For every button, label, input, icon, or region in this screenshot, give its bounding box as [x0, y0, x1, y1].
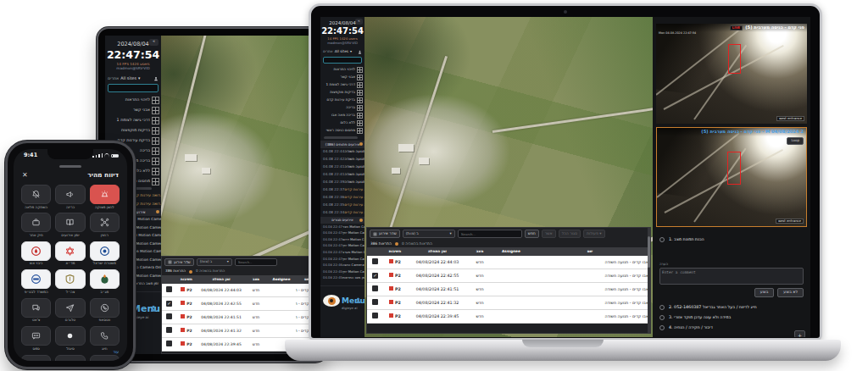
broadcast-event-button[interactable]: שדר אירוע [164, 258, 194, 266]
camera-thumbnail[interactable] [357, 82, 363, 88]
announce-button[interactable] [55, 185, 85, 204]
mda-button[interactable] [55, 241, 85, 261]
header-start-time[interactable]: זמן התחלה [408, 250, 467, 254]
event-row[interactable]: 04.08 22:37 ח.דואה עירנות קדים [320, 186, 364, 194]
row-checkbox-cell[interactable] [367, 285, 382, 293]
telegram-button[interactable] [55, 298, 85, 318]
camera-thumbnail[interactable] [357, 90, 363, 96]
closed-events-header[interactable]: אירועים סגורים [320, 217, 364, 224]
add-button[interactable]: + [794, 330, 805, 337]
camera-thumbnail[interactable] [357, 67, 363, 73]
checkbox-icon[interactable]: ✓ [166, 301, 172, 307]
row-checkbox-cell[interactable] [367, 299, 382, 307]
camera-list-item[interactable]: בריכה מאה אבו [320, 112, 364, 119]
checkbox-icon[interactable]: ✓ [372, 273, 378, 279]
camera-thumbnail[interactable] [152, 97, 159, 104]
table-row[interactable]: P2 04/08/2024 22:41:32 חדש אבו קדים - תנ… [367, 296, 650, 310]
camera-list-item[interactable]: בדיקות מוקפצות [105, 125, 161, 136]
chat-button[interactable] [21, 298, 51, 318]
open-events-header[interactable]: אירועים פתוחים (386) [320, 141, 364, 148]
event-row[interactable]: 04.08 22:34 ח.דואה עירנות קדים [320, 209, 364, 217]
event-row[interactable]: 04.08 22:47 Motion Camera דרום [320, 236, 364, 243]
camera-list-item[interactable]: דרכי גישה לצומת 1 [105, 115, 161, 125]
task-item[interactable]: 4. דיבור / חקירה / הנחיה [659, 325, 807, 330]
dial-button[interactable] [90, 326, 120, 346]
radio-icon[interactable] [659, 315, 665, 320]
camera-thumbnail[interactable] [357, 75, 363, 80]
camera-list-item[interactable]: דרכי גישה לצומת 1 [320, 81, 364, 89]
header-name[interactable]: שם [530, 250, 650, 254]
header-status[interactable]: מצב [467, 250, 492, 254]
checkbox-icon[interactable] [166, 286, 172, 292]
team-filter-select[interactable]: ב (צוות)▾ [403, 230, 455, 238]
comment-input[interactable] [659, 268, 804, 285]
table-row[interactable]: P2 04/08/2024 22:41:51 חדש אבו קדים - תנ… [162, 311, 318, 324]
table-search-input[interactable] [458, 230, 522, 238]
sites-selector[interactable]: אתרים All sites ▾ [105, 75, 161, 82]
site-file-button[interactable] [21, 213, 51, 232]
task-item[interactable]: 1. הכנת תמונת מצב [659, 237, 807, 242]
camera-list-item[interactable]: אבני קשר [320, 74, 364, 81]
camera-thumbnail[interactable] [152, 158, 159, 165]
camera-list-item[interactable]: לזיהוי התראות [105, 95, 161, 105]
camera-thumbnail[interactable] [152, 147, 159, 155]
table-row[interactable]: P2 04/08/2024 22:41:51 חדש אבו קדים - תנ… [367, 283, 650, 296]
sites-selector[interactable]: אתרים All sites ▾ [320, 48, 364, 55]
event-row[interactable]: 04.08 22:41 קדים - תנועה חשודה [320, 171, 364, 179]
user-icon[interactable] [149, 304, 158, 313]
checkbox-icon[interactable] [166, 313, 172, 319]
camera-feed-live[interactable]: LIVE פני קדם - כניסה מערבית (5) Mon 04-0… [656, 24, 807, 124]
camera-thumbnail[interactable] [357, 97, 363, 103]
row-checkbox-cell[interactable] [162, 327, 175, 334]
camera-thumbnail[interactable] [152, 107, 159, 114]
user-icon[interactable] [153, 76, 159, 81]
panic-button[interactable] [90, 185, 120, 204]
search-button[interactable]: חפש [525, 230, 539, 237]
radio-icon[interactable] [659, 237, 665, 242]
camera-thumbnail[interactable] [152, 117, 159, 125]
header-assignee[interactable]: Assignee [267, 278, 296, 282]
user-icon[interactable] [358, 50, 362, 54]
ministry-button[interactable] [21, 269, 51, 289]
event-log-button[interactable] [55, 213, 85, 232]
event-row[interactable]: 04.08 22:39 קדים - תנועה חשודה [320, 179, 364, 186]
horizontal-scrollbar[interactable] [324, 136, 358, 139]
camera-thumbnail[interactable] [357, 113, 363, 119]
event-row[interactable]: 04.08 22:47 Motion Camera חצר [320, 224, 364, 230]
task-item[interactable]: 3. במידה ולא עונה עדכן מוקד אזורי [659, 315, 807, 320]
camera-list-item[interactable]: מחסום כניסה ראשי [320, 127, 364, 135]
event-row[interactable]: 04.08 22:45 זמן מצב התראות [320, 275, 364, 282]
not-done-button[interactable]: לא בוצע [777, 288, 804, 297]
radio-icon[interactable] [659, 325, 665, 330]
task-item[interactable]: 2. חייג לדיווח / בעל האתר גבריאל 052-146… [659, 305, 807, 310]
camera-list-item[interactable]: ללא כלום [320, 119, 364, 127]
event-row[interactable]: 04.08 22:44 קדים - תנועה חשודה [320, 148, 364, 156]
table-row[interactable]: ✓ P2 04/08/2024 22:42:55 חדש אבו קדים - … [162, 297, 318, 311]
mute-all-button[interactable] [21, 185, 51, 204]
event-row[interactable]: 04.08 22:46 Camera Online כניסה [320, 263, 364, 269]
shekel-button[interactable]: ₪ [21, 355, 51, 361]
table-row[interactable]: P2 04/08/2024 22:39:45 חדש אבו קדים - תנ… [367, 310, 650, 324]
signal-button[interactable] [55, 326, 85, 346]
header-start-time[interactable]: זמן התחלה [198, 278, 245, 282]
camera-list-item[interactable]: בדיקת עירנות קדם [320, 97, 364, 104]
row-checkbox-cell[interactable] [367, 258, 382, 266]
camera-thumbnail[interactable] [357, 128, 363, 134]
sidebar-search-input[interactable] [108, 84, 158, 92]
row-checkbox-cell[interactable] [162, 341, 175, 347]
drone-button[interactable] [90, 213, 120, 232]
fire-department-button[interactable] [21, 241, 51, 261]
approve-button[interactable]: אשר [542, 230, 556, 237]
done-button[interactable]: בוצע [754, 288, 775, 297]
header-status[interactable]: מצב [245, 278, 267, 282]
row-checkbox-cell[interactable] [367, 313, 382, 320]
camera-feed-playback[interactable]: M 04/08/2024 2 - פני קדם - כניסה מערבית … [656, 127, 807, 227]
user-icon[interactable] [354, 296, 362, 304]
camera-list-item[interactable]: לזיהוי התראות [320, 66, 364, 74]
table-row[interactable]: P2 04/08/2024 22:41:32 חדש אבו קדים - תנ… [162, 324, 318, 338]
row-checkbox-cell[interactable] [162, 286, 175, 293]
camera-thumbnail[interactable] [152, 178, 159, 186]
camera-thumbnail[interactable] [357, 105, 363, 111]
camera-list-item[interactable]: בריכה [320, 104, 364, 112]
event-row[interactable]: 04.08 22:47 Motion Camera מערב [320, 249, 364, 256]
